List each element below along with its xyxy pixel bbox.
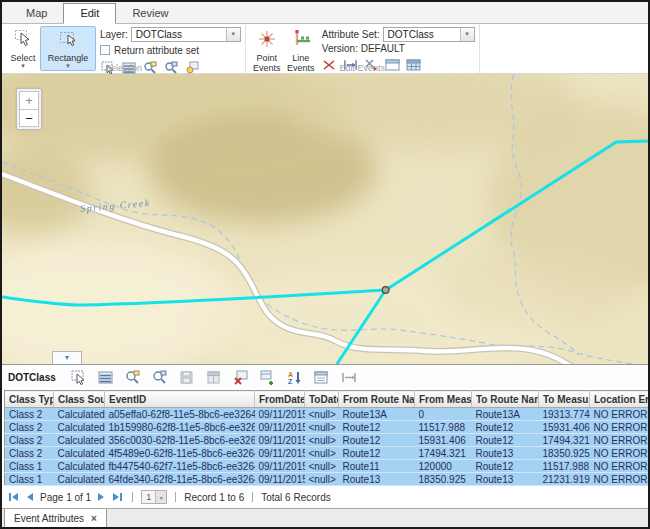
cell: 09/11/2015	[255, 460, 305, 473]
select-records-icon[interactable]	[71, 370, 87, 386]
cell: Route12	[339, 421, 415, 434]
table-row[interactable]: Class 1Calculatedfb447540-62f7-11e5-8bc6…	[5, 460, 649, 473]
attribute-set-dropdown[interactable]: DOTClass ▾	[383, 27, 475, 42]
col-class-source[interactable]: Class Source	[54, 391, 105, 408]
refresh-table-icon[interactable]	[206, 370, 222, 386]
cell: 15931.406	[539, 421, 590, 434]
first-page-button[interactable]	[7, 493, 20, 501]
zoom-to-record-icon[interactable]	[125, 370, 141, 386]
table-row[interactable]: Class 2Calculated4f5489e0-62f8-11e5-8bc6…	[5, 447, 649, 460]
map-graphics	[2, 74, 648, 364]
cell: 356c0030-62f8-11e5-8bc6-ee32641d5ec9	[105, 434, 255, 447]
close-tab-icon[interactable]: ×	[91, 513, 97, 524]
save-edits-icon[interactable]	[179, 370, 195, 386]
cell: 0	[415, 408, 472, 421]
cell: 09/11/2015	[255, 473, 305, 486]
tab-review[interactable]: Review	[116, 4, 184, 23]
collapse-panel-button[interactable]: ▼	[52, 351, 82, 364]
cell: 11517.988	[539, 460, 590, 473]
cell: Route13A	[472, 408, 539, 421]
collapse-panel-icon: ▼	[64, 354, 71, 361]
zoom-in-button[interactable]: +	[19, 91, 39, 109]
version-label: Version: DEFAULT	[322, 43, 405, 54]
page-number-select[interactable]: 1 ▾	[141, 490, 167, 504]
add-record-icon[interactable]	[260, 370, 276, 386]
bottom-tab-bar: Event Attributes ×	[2, 508, 648, 528]
layer-dropdown[interactable]: DOTClass ▾	[131, 27, 241, 42]
table-row[interactable]: Class 1Calculated64fde340-62f8-11e5-8bc6…	[5, 473, 649, 486]
next-page-button[interactable]	[96, 493, 106, 501]
cell: 11517.988	[415, 421, 472, 434]
cell: fb447540-62f7-11e5-8bc6-ee32641d5ec9	[105, 460, 255, 473]
cell: 09/11/2015	[255, 434, 305, 447]
point-events-icon	[256, 29, 278, 53]
cell: 18350.925	[539, 447, 590, 460]
cell: Route12	[472, 421, 539, 434]
attribute-panel-title: DOTClass	[8, 372, 56, 383]
cell: 17494.321	[539, 434, 590, 447]
pan-to-record-icon[interactable]	[152, 370, 168, 386]
cell: Route12	[472, 460, 539, 473]
cell: <null>	[305, 434, 339, 447]
col-location-error[interactable]: Location Error	[590, 391, 649, 408]
attribute-set-value: DOTClass	[384, 29, 460, 40]
cell: Calculated	[54, 460, 105, 473]
cell: Calculated	[54, 447, 105, 460]
svg-text:Z: Z	[288, 378, 293, 385]
layer-dropdown-caret-icon[interactable]: ▾	[226, 28, 240, 41]
cell: NO ERROR	[590, 408, 649, 421]
table-header-row: Class Type Class Source EventID FromDate…	[5, 391, 649, 408]
cell: <null>	[305, 447, 339, 460]
delete-record-icon[interactable]	[233, 370, 249, 386]
show-selected-records-icon[interactable]	[98, 370, 114, 386]
map-canvas[interactable]: Spring Creek + − ▼	[2, 74, 648, 364]
route-junction-marker[interactable]	[382, 287, 389, 294]
cell: <null>	[305, 460, 339, 473]
col-from-measure[interactable]: From Measure	[415, 391, 472, 408]
table-row[interactable]: Class 2Calculateda05effa0-62f8-11e5-8bc6…	[5, 408, 649, 421]
table-row[interactable]: Class 2Calculated356c0030-62f8-11e5-8bc6…	[5, 434, 649, 447]
table-row[interactable]: Class 2Calculated1b159980-62f8-11e5-8bc6…	[5, 421, 649, 434]
cell: Class 2	[5, 434, 54, 447]
pager-separator	[175, 492, 176, 502]
return-attribute-set-checkbox[interactable]	[100, 45, 110, 55]
attribute-set-caret-icon[interactable]: ▾	[460, 28, 474, 41]
cell: Calculated	[54, 434, 105, 447]
range-measure-icon[interactable]	[341, 370, 357, 386]
cell: Route13	[472, 473, 539, 486]
cell: <null>	[305, 421, 339, 434]
tab-map[interactable]: Map	[10, 4, 63, 23]
cell: 15931.406	[415, 434, 472, 447]
tab-event-attributes[interactable]: Event Attributes ×	[4, 509, 107, 528]
col-from-route-name[interactable]: From Route Name	[339, 391, 415, 408]
view-attributes-form-icon[interactable]	[314, 370, 330, 386]
col-class-type[interactable]: Class Type	[5, 391, 54, 408]
line-events-icon	[290, 29, 312, 53]
record-range-label: Record 1 to 6	[184, 492, 244, 503]
selection-group: Select ▾ Rectangle ▾ Layer: DOTClass	[2, 24, 246, 73]
cell: Route12	[339, 434, 415, 447]
ribbon: Select ▾ Rectangle ▾ Layer: DOTClass	[2, 24, 648, 74]
zoom-out-button[interactable]: −	[19, 109, 39, 127]
tab-edit[interactable]: Edit	[63, 3, 116, 24]
cell: <null>	[305, 408, 339, 421]
return-attribute-set-label: Return attribute set	[114, 45, 199, 56]
page-label: Page 1 of 1	[40, 492, 91, 503]
col-todate[interactable]: ToDate	[305, 391, 339, 408]
cell: Route12	[472, 434, 539, 447]
cell: Class 1	[5, 460, 54, 473]
col-eventid[interactable]: EventID	[105, 391, 255, 408]
page-number-value: 1	[142, 492, 155, 502]
last-page-button[interactable]	[111, 493, 124, 501]
cell: 09/11/2015	[255, 408, 305, 421]
previous-page-button[interactable]	[25, 493, 35, 501]
edit-events-group: Point Events Line Events Attribute Set:	[246, 24, 480, 73]
pager-separator	[252, 492, 253, 502]
col-to-route-name[interactable]: To Route Name	[472, 391, 539, 408]
cell: 18350.925	[415, 473, 472, 486]
sort-records-icon[interactable]: AZ	[287, 370, 303, 386]
col-to-measure[interactable]: To Measure	[539, 391, 590, 408]
col-fromdate[interactable]: FromDate	[255, 391, 305, 408]
cell: NO ERROR	[590, 421, 649, 434]
cell: 21231.919	[539, 473, 590, 486]
